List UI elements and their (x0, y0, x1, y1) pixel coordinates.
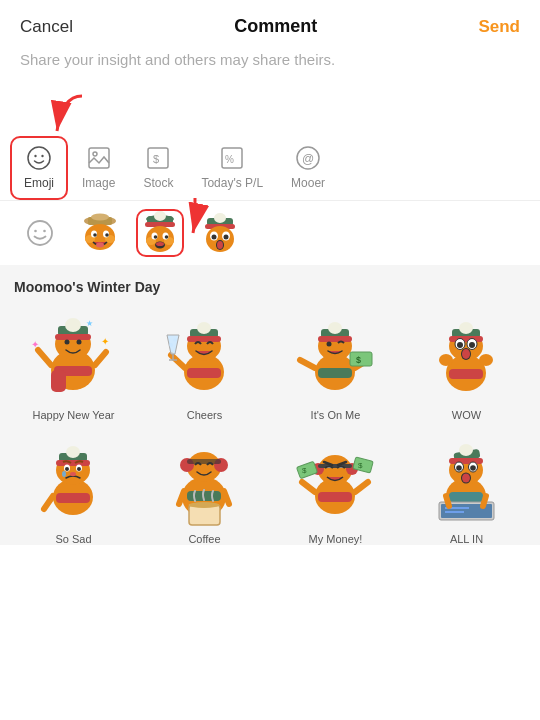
stock-icon: $ (144, 144, 172, 172)
emoji-icon (25, 144, 53, 172)
emoji-smiley[interactable] (16, 209, 64, 257)
svg-line-152 (446, 496, 449, 506)
svg-point-38 (156, 242, 164, 246)
tab-image[interactable]: Image (68, 136, 129, 200)
cancel-button[interactable]: Cancel (20, 17, 73, 37)
svg-point-81 (328, 322, 342, 334)
today-pl-icon: % (218, 144, 246, 172)
svg-rect-65 (187, 368, 221, 378)
sticker-happy-new-year-label: Happy New Year (33, 409, 115, 421)
svg-point-92 (459, 322, 473, 334)
svg-point-145 (470, 465, 476, 471)
svg-point-17 (91, 214, 109, 221)
svg-point-25 (96, 243, 104, 248)
svg-rect-130 (296, 461, 317, 478)
tab-stock-label: Stock (143, 176, 173, 190)
svg-point-110 (77, 467, 81, 471)
sticker-my-money-label: My Money! (309, 533, 363, 545)
svg-rect-88 (449, 369, 483, 379)
sticker-wow-label: WOW (452, 409, 481, 421)
svg-point-106 (66, 446, 80, 458)
arrow-indicator-1 (0, 86, 540, 136)
tab-mooer-label: Mooer (291, 176, 325, 190)
svg-point-5 (93, 152, 97, 156)
sticker-wow-img (412, 305, 522, 405)
svg-text:$: $ (302, 466, 307, 475)
svg-text:✦: ✦ (31, 339, 39, 350)
svg-text:$: $ (356, 355, 361, 365)
svg-line-135 (355, 482, 368, 492)
svg-rect-102 (56, 493, 90, 503)
tab-image-label: Image (82, 176, 115, 190)
sticker-coffee-img (150, 429, 260, 529)
svg-point-144 (456, 465, 462, 471)
tab-today-pl[interactable]: % Today's P/L (187, 136, 277, 200)
sticker-coffee[interactable]: Coffee (141, 429, 268, 545)
svg-rect-91 (449, 336, 483, 342)
svg-text:$: $ (358, 461, 363, 470)
svg-rect-55 (55, 334, 91, 340)
sticker-cheers-img (150, 305, 260, 405)
svg-line-113 (44, 496, 53, 509)
svg-text:★: ★ (86, 319, 93, 328)
svg-rect-52 (51, 370, 66, 392)
tab-mooer[interactable]: @ Mooer (277, 136, 339, 200)
sticker-its-on-me[interactable]: $ It's On Me (272, 305, 399, 421)
svg-line-153 (483, 496, 486, 506)
send-button[interactable]: Send (478, 17, 520, 37)
subtitle-text: Share your insight and others may share … (0, 49, 540, 86)
sticker-its-on-me-label: It's On Me (311, 409, 361, 421)
emoji-fox-excited[interactable] (76, 209, 124, 257)
svg-rect-80 (318, 336, 352, 342)
sticker-wow[interactable]: WOW (403, 305, 530, 421)
svg-point-98 (462, 349, 470, 359)
svg-point-99 (439, 354, 453, 366)
svg-point-3 (41, 155, 43, 157)
svg-point-147 (462, 474, 470, 483)
sticker-grid: ✦ ✦ ★ Happy New Year (10, 305, 530, 545)
arrow-to-emoji-icon (42, 86, 102, 136)
svg-point-82 (327, 342, 332, 347)
svg-point-56 (65, 318, 81, 332)
svg-point-96 (469, 342, 475, 348)
sticker-its-on-me-img: $ (281, 305, 391, 405)
sticker-coffee-label: Coffee (188, 533, 220, 545)
sticker-cheers-label: Cheers (187, 409, 222, 421)
svg-point-111 (62, 471, 66, 477)
svg-text:$: $ (153, 153, 159, 165)
sticker-happy-new-year[interactable]: ✦ ✦ ★ Happy New Year (10, 305, 137, 421)
svg-point-69 (197, 322, 211, 334)
sticker-my-money-img: $ $ (281, 429, 391, 529)
page-title: Comment (234, 16, 317, 37)
svg-point-23 (93, 233, 97, 237)
mooer-icon: @ (294, 144, 322, 172)
tab-emoji[interactable]: Emoji (10, 136, 68, 200)
sticker-all-in[interactable]: ALL IN (403, 429, 530, 545)
svg-point-95 (457, 342, 463, 348)
svg-rect-105 (56, 460, 90, 466)
tab-stock[interactable]: $ Stock (129, 136, 187, 200)
svg-rect-4 (89, 148, 109, 168)
svg-text:%: % (225, 154, 234, 165)
sticker-all-in-label: ALL IN (450, 533, 483, 545)
svg-rect-137 (449, 492, 483, 502)
svg-point-141 (459, 444, 473, 456)
svg-rect-68 (187, 336, 221, 342)
svg-line-83 (300, 360, 315, 368)
svg-point-100 (479, 354, 493, 366)
svg-rect-122 (189, 505, 220, 525)
sticker-cheers[interactable]: Cheers (141, 305, 268, 421)
svg-point-112 (70, 472, 76, 476)
sticker-my-money[interactable]: $ $ My Money! (272, 429, 399, 545)
arrow-to-hat-emoji-icon (165, 193, 225, 243)
sticker-section-title: Moomoo's Winter Day (10, 279, 530, 295)
sticker-happy-new-year-img: ✦ ✦ ★ (19, 305, 129, 405)
sticker-so-sad[interactable]: So Sad (10, 429, 137, 545)
svg-text:✦: ✦ (101, 336, 109, 347)
svg-point-12 (28, 221, 52, 245)
svg-point-2 (34, 155, 36, 157)
svg-rect-125 (318, 492, 352, 502)
svg-rect-119 (187, 459, 221, 464)
svg-point-74 (169, 343, 173, 347)
svg-point-24 (105, 233, 109, 237)
